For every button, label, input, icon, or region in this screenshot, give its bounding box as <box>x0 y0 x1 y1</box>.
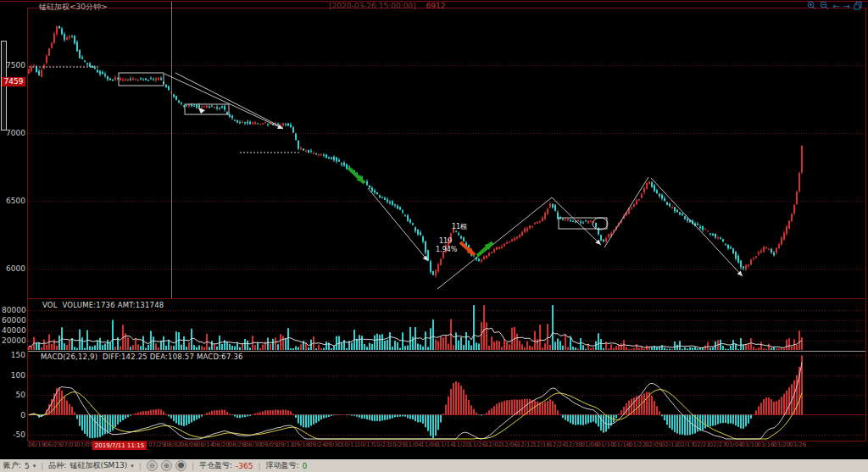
date-label: 08/08 <box>181 441 198 448</box>
axis-label: 0 <box>2 411 25 419</box>
date-label: 07/05 <box>76 441 93 448</box>
date-label: 10/17 <box>357 441 374 448</box>
date-label: 03/26 <box>789 441 806 448</box>
axis-label: 6500 <box>2 197 25 205</box>
separator: | <box>41 462 43 470</box>
date-label: 01/22 <box>629 441 646 448</box>
account-dropdown-icon[interactable]: ▾ <box>33 463 36 469</box>
date-label: 08/02 <box>164 441 181 448</box>
axis-label: 80000 <box>2 306 25 314</box>
date-label: 08/14 <box>197 441 214 448</box>
axis-label: 6000 <box>2 264 25 273</box>
date-label: 11/04 <box>404 441 421 448</box>
zoom-in-icon[interactable] <box>807 1 816 13</box>
pan-left-icon[interactable]: ← <box>832 2 839 12</box>
date-label: 12/02 <box>485 441 502 448</box>
bar-timestamp: [2020-03-26 15:00:00]6912 <box>329 2 446 10</box>
axis-label: -50 <box>2 430 25 439</box>
volume-header: VOL VOLUME:1736 AMT:131748 <box>42 301 164 309</box>
date-label: 08/26 <box>229 441 246 448</box>
axis-label: 7500 <box>2 61 25 69</box>
axis-label: 150 <box>2 351 25 359</box>
date-label: 02/27 <box>709 441 726 448</box>
date-label: 10/11 <box>341 441 358 448</box>
float-pl-value: 0 <box>303 462 308 470</box>
price-tag: 7459 <box>2 77 25 86</box>
instrument-value: 锰硅加权(SM13) <box>70 460 127 471</box>
date-label: 09/18 <box>292 441 309 448</box>
instrument-dropdown-icon[interactable]: ▾ <box>131 463 134 469</box>
measure-annotation-text: 1.94% <box>436 246 457 253</box>
zoom-out-icon[interactable] <box>820 1 829 13</box>
account-label: 账户: <box>3 460 21 471</box>
date-label: 09/24 <box>309 441 326 448</box>
date-label: 09/30 <box>325 441 342 448</box>
closed-pl-label: 平仓盈亏: <box>199 460 232 471</box>
date-label: 11/20 <box>453 441 470 448</box>
chart-toolbar: ← → <box>807 1 863 12</box>
axis-label: 50 <box>2 391 25 399</box>
date-label: 01/10 <box>597 441 614 448</box>
date-label: 07/29 <box>148 441 165 448</box>
separator: | <box>192 462 194 470</box>
date-label: 07/01 <box>60 441 77 448</box>
date-label: 12/06 <box>501 441 518 448</box>
date-label: 01/06 <box>581 441 598 448</box>
date-label: 12/24 <box>549 441 566 448</box>
date-label: 12/12 <box>517 441 534 448</box>
date-label: 06/19 <box>28 441 45 448</box>
face-button[interactable]: ☻ <box>175 460 186 471</box>
date-label: 06/25 <box>44 441 61 448</box>
measure-annotation-text: 119 <box>439 237 452 245</box>
chart-canvas[interactable] <box>0 0 868 472</box>
axis-label: 20000 <box>2 336 25 345</box>
date-label: 02/05 <box>645 441 662 448</box>
date-axis[interactable]: 06/1906/2507/0107/052019/7/11 11:1507/29… <box>0 441 868 451</box>
date-label: 08/30 <box>244 441 261 448</box>
timestamp-text: [2020-03-26 15:00:00] <box>329 2 416 10</box>
date-label: 09/11 <box>276 441 293 448</box>
last-price: 6912 <box>426 2 446 10</box>
axis-label: 60000 <box>2 316 25 325</box>
date-label: 10/23 <box>373 441 390 448</box>
date-label: 11/08 <box>420 441 437 448</box>
account-value: 5 <box>25 462 30 470</box>
date-label: 10/29 <box>389 441 406 448</box>
date-label: 02/21 <box>693 441 710 448</box>
date-label: 08/20 <box>213 441 230 448</box>
restore-window-icon[interactable] <box>854 1 863 13</box>
measure-annotation-text: 11根 <box>452 223 467 230</box>
date-label: 03/16 <box>757 441 774 448</box>
date-label: 03/10 <box>741 441 758 448</box>
separator: | <box>258 462 260 470</box>
date-highlight: 2019/7/11 11:15 <box>92 441 147 450</box>
macd-header: MACD(26,12,9) DIFF:142.25 DEA:108.57 MAC… <box>41 353 243 361</box>
instrument-label: 品种: <box>48 460 66 471</box>
date-label: 11/14 <box>437 441 453 448</box>
date-label: 02/11 <box>661 441 678 448</box>
date-label: 09/05 <box>260 441 277 448</box>
date-label: 03/04 <box>725 441 742 448</box>
date-label: 02/17 <box>677 441 694 448</box>
date-label: 01/16 <box>613 441 630 448</box>
axis-label: 100 <box>2 371 25 380</box>
separator: | <box>139 462 142 470</box>
axis-label: 7000 <box>2 129 25 137</box>
date-label: 12/18 <box>533 441 550 448</box>
date-label: 11/26 <box>469 441 486 448</box>
plus-button[interactable]: ⊕ <box>161 460 172 471</box>
pan-right-icon[interactable]: → <box>843 2 850 12</box>
closed-pl-value: -365 <box>236 462 253 470</box>
status-bar: 账户: 5 ▾ | 品种: 锰硅加权(SM13) ▾ | ⊖ ⊕ ☻ | 平仓盈… <box>0 459 868 472</box>
axis-label: 40000 <box>2 326 25 335</box>
minus-button[interactable]: ⊖ <box>147 460 158 471</box>
instrument-title: 锰硅加权<30分钟> <box>39 2 108 13</box>
date-label: 12/30 <box>565 441 581 448</box>
float-pl-label: 浮动盈亏: <box>265 460 298 471</box>
date-label: 03/20 <box>773 441 790 448</box>
